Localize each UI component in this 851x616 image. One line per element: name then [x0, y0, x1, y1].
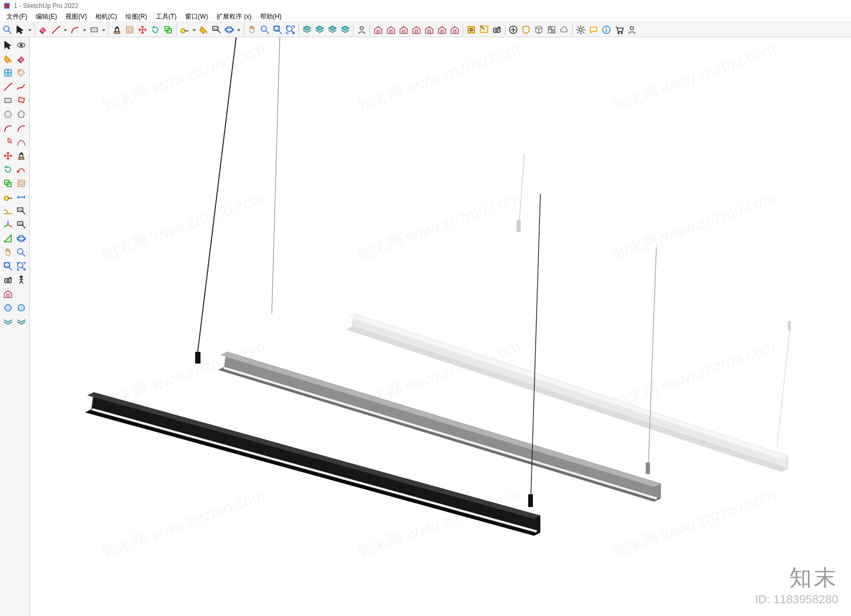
pushpull-tool-icon[interactable]: [15, 149, 29, 163]
look-icon[interactable]: [15, 38, 29, 52]
menu-item[interactable]: 视图(V): [61, 11, 91, 22]
user-icon[interactable]: [355, 23, 368, 36]
outliner-icon[interactable]: [326, 23, 339, 36]
footprint-icon[interactable]: [1, 287, 15, 301]
orbit-icon[interactable]: [223, 23, 236, 36]
select-icon[interactable]: [1, 38, 15, 52]
house-icon[interactable]: [423, 23, 436, 36]
pie-icon[interactable]: [1, 135, 15, 149]
export-icon[interactable]: [436, 23, 448, 36]
text-label-icon[interactable]: A1: [15, 204, 29, 218]
plugin4-icon[interactable]: [15, 315, 29, 328]
menu-item[interactable]: 绘图(R): [121, 11, 152, 22]
select-window-icon[interactable]: [478, 23, 490, 36]
dropdown-icon[interactable]: [62, 23, 69, 36]
eraser-icon[interactable]: [15, 52, 29, 66]
select-arrow-icon[interactable]: [14, 23, 27, 36]
menu-item[interactable]: 文件(F): [2, 11, 31, 22]
freehand-icon[interactable]: [15, 80, 29, 94]
dropdown-icon[interactable]: [191, 23, 197, 36]
polygon-icon[interactable]: [15, 107, 29, 121]
zoom-icon[interactable]: [1, 23, 14, 36]
menu-item[interactable]: 扩展程序 (x): [212, 11, 255, 22]
dropdown-icon[interactable]: [236, 23, 242, 36]
position-camera-icon[interactable]: [1, 273, 15, 287]
rotate-tool-icon[interactable]: [1, 163, 15, 176]
add-icon[interactable]: [507, 23, 520, 36]
viewport[interactable]: 知末网 www.znzmo.com: [30, 37, 851, 616]
section-icon[interactable]: [1, 232, 15, 246]
eraser-icon[interactable]: [37, 23, 49, 36]
transparency-icon[interactable]: [545, 23, 558, 36]
menu-item[interactable]: 窗口(W): [181, 11, 212, 22]
circle-icon[interactable]: [1, 107, 15, 121]
scenes-icon[interactable]: [339, 23, 352, 36]
rectangle-icon[interactable]: [88, 23, 101, 36]
plugin2-icon[interactable]: [15, 301, 29, 315]
plugin3-icon[interactable]: [1, 315, 15, 328]
menu-item[interactable]: 工具(T): [152, 11, 181, 22]
cube-icon[interactable]: [532, 23, 545, 36]
move-icon[interactable]: [136, 23, 149, 36]
paint-bucket-icon[interactable]: [1, 52, 15, 66]
tape-tool-icon[interactable]: [1, 190, 15, 204]
layers-icon[interactable]: [301, 23, 313, 36]
scale-tool-icon[interactable]: [1, 176, 15, 190]
rotate-icon[interactable]: [149, 23, 162, 36]
dropdown-icon[interactable]: [101, 23, 107, 36]
bezier-icon[interactable]: [15, 135, 29, 149]
3dtext-icon[interactable]: A1: [15, 218, 29, 232]
gear-icon[interactable]: [574, 23, 587, 36]
arc-icon[interactable]: [69, 23, 81, 36]
paint-icon[interactable]: [197, 23, 210, 36]
component-icon[interactable]: [1, 66, 15, 80]
arc2-icon[interactable]: [1, 121, 15, 135]
zoom-tool-icon[interactable]: [258, 23, 271, 36]
chat-icon[interactable]: [587, 23, 600, 36]
walk-icon[interactable]: [15, 273, 29, 287]
home-icon[interactable]: [397, 23, 410, 36]
scale-icon[interactable]: [162, 23, 174, 36]
move-tool-icon[interactable]: [1, 149, 15, 163]
cloud-icon[interactable]: [558, 23, 571, 36]
shield-icon[interactable]: [520, 23, 532, 36]
dropdown-icon[interactable]: [81, 23, 88, 36]
pencil-icon[interactable]: [49, 23, 62, 36]
tags-icon[interactable]: [313, 23, 326, 36]
zoom-tool2-icon[interactable]: [15, 246, 29, 259]
zoom-window2-icon[interactable]: [1, 259, 15, 273]
offset-tool-icon[interactable]: [15, 176, 29, 190]
3dwarehouse-icon[interactable]: [385, 23, 397, 36]
camera-tool-icon[interactable]: [490, 23, 503, 36]
rectangle-tool-icon[interactable]: [1, 94, 15, 107]
dropdown-icon[interactable]: [27, 23, 33, 36]
protractor-icon[interactable]: [1, 204, 15, 218]
zoom-window-icon[interactable]: [271, 23, 284, 36]
warehouse-icon[interactable]: [372, 23, 385, 36]
arc3-icon[interactable]: [15, 121, 29, 135]
box-icon[interactable]: [448, 23, 461, 36]
cart-icon[interactable]: [613, 23, 625, 36]
orbit-tool-icon[interactable]: [15, 232, 29, 246]
menu-item[interactable]: 帮助(H): [256, 11, 286, 22]
zoom-extents-icon[interactable]: [284, 23, 297, 36]
pan-icon[interactable]: [246, 23, 258, 36]
line-icon[interactable]: [1, 80, 15, 94]
profile-icon[interactable]: [625, 23, 638, 36]
info-icon[interactable]: [600, 23, 613, 36]
dimension-icon[interactable]: [15, 190, 29, 204]
print-icon[interactable]: [410, 23, 423, 36]
menu-item[interactable]: 相机(C): [91, 11, 121, 22]
model-canvas[interactable]: 知末网 www.znzmo.com: [30, 37, 851, 616]
tag-apply-icon[interactable]: [15, 66, 29, 80]
followme-icon[interactable]: [15, 163, 29, 176]
menu-item[interactable]: 编辑(E): [31, 11, 61, 22]
extension-icon[interactable]: [465, 23, 478, 36]
rectangle-rot-icon[interactable]: [15, 94, 29, 107]
offset-icon[interactable]: [123, 23, 136, 36]
pushpull-icon[interactable]: [111, 23, 123, 36]
tape-icon[interactable]: [178, 23, 191, 36]
text-icon[interactable]: A1: [210, 23, 223, 36]
plugin1-icon[interactable]: [1, 301, 15, 315]
axes-icon[interactable]: [1, 218, 15, 232]
